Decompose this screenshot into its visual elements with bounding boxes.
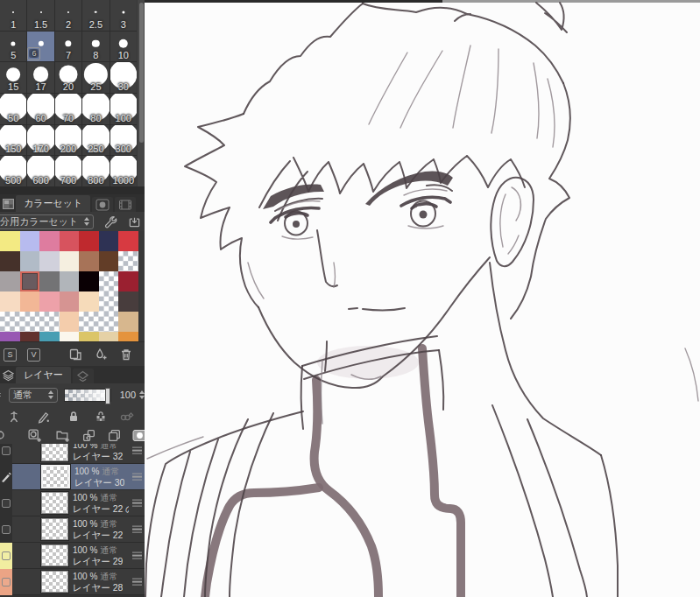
layer-row-body[interactable]: 100 % 通常レイヤー 22 の [12, 490, 145, 516]
brush-size-600[interactable]: 600 [27, 156, 53, 186]
swatch-0-0[interactable] [0, 231, 20, 251]
mask-tool-icon[interactable] [7, 410, 21, 424]
brush-size-1000[interactable]: 1000 [110, 156, 137, 186]
tab-color-circle[interactable] [92, 197, 113, 212]
s-chip[interactable]: S [4, 348, 17, 362]
layer-row-body[interactable]: 100 % 通常レイヤー 22 [12, 516, 145, 543]
brush-size-15[interactable]: 15 [0, 62, 26, 93]
brush-size-20[interactable]: 20 [55, 62, 81, 93]
swatch-5-0[interactable] [0, 332, 20, 341]
swatch-5-1[interactable] [20, 332, 40, 341]
layer-edit-pen-icon[interactable] [0, 464, 12, 490]
swatch-4-0[interactable] [0, 312, 20, 332]
swatch-1-0[interactable] [0, 251, 20, 271]
v-chip[interactable]: V [27, 348, 40, 362]
paste-icon[interactable] [68, 348, 82, 362]
swatch-0-3[interactable] [60, 231, 80, 251]
swatch-4-2[interactable] [39, 312, 60, 332]
brush-grid-scrollbar[interactable] [138, 0, 145, 188]
layer-menu-icon[interactable] [132, 576, 142, 587]
swatch-2-6[interactable] [118, 271, 138, 291]
canvas-area[interactable] [145, 0, 700, 597]
brush-size-1[interactable]: 1 [0, 0, 26, 31]
layer-thumbnail[interactable] [41, 444, 68, 461]
layer-row[interactable]: 100 % 通常レイヤー 32 [0, 444, 145, 464]
swatch-4-1[interactable] [20, 312, 40, 332]
brush-size-200[interactable]: 200 [55, 125, 81, 156]
brush-size-150[interactable]: 150 [0, 125, 26, 156]
brush-size-170[interactable]: 170 [27, 125, 53, 156]
transfer-layer-icon[interactable] [81, 428, 96, 443]
swatch-4-6[interactable] [118, 312, 138, 332]
pen-settings-icon[interactable] [37, 410, 51, 424]
layer-visibility-checkbox[interactable] [0, 490, 12, 516]
brush-size-2[interactable]: 2 [55, 0, 81, 31]
layer-thumbnail[interactable] [41, 465, 70, 488]
brush-size-300[interactable]: 300 [110, 125, 137, 156]
layer-visibility-checkbox[interactable] [0, 444, 12, 464]
blend-mode-select[interactable]: 通常 [9, 388, 58, 403]
layer-menu-icon[interactable] [132, 523, 142, 535]
brush-size-5[interactable]: 5 [0, 32, 26, 62]
tab-layer-set[interactable] [73, 369, 94, 383]
brush-size-17[interactable]: 17 [27, 62, 53, 93]
swatch-5-4[interactable] [79, 332, 99, 341]
brush-size-1.5[interactable]: 1.5 [27, 0, 53, 31]
delete-color-trash-icon[interactable] [119, 348, 133, 362]
layer-visibility-checkbox[interactable] [0, 569, 12, 595]
brush-size-3[interactable]: 3 [110, 0, 137, 31]
swatch-1-2[interactable] [39, 251, 60, 271]
layer-menu-icon[interactable] [132, 445, 142, 456]
clip-to-layer-icon[interactable] [119, 410, 135, 424]
swatch-0-5[interactable] [99, 231, 119, 251]
swatch-3-3[interactable] [60, 291, 80, 312]
swatch-0-6[interactable] [118, 231, 138, 251]
scrollbar-thumb[interactable] [139, 3, 144, 143]
brush-size-700[interactable]: 700 [55, 156, 81, 186]
brush-size-7[interactable]: 7 [55, 32, 81, 62]
brush-size-8[interactable]: 8 [82, 32, 109, 62]
swatch-5-5[interactable] [99, 332, 119, 341]
swatch-0-4[interactable] [79, 231, 99, 251]
swatch-5-3[interactable] [60, 332, 80, 341]
stepper-chevrons-icon[interactable] [84, 217, 89, 226]
layer-visibility-checkbox[interactable] [0, 516, 12, 543]
brush-size-25[interactable]: 25 [82, 62, 109, 93]
layer-row[interactable]: 100 % 通常レイヤー 30 [0, 464, 145, 490]
swatch-4-3[interactable] [60, 312, 80, 332]
swatch-4-5[interactable] [99, 312, 119, 332]
add-color-droplet-icon[interactable] [94, 348, 108, 362]
layer-row-body[interactable]: 100 % 通常レイヤー 28 [12, 569, 145, 595]
brush-size-30[interactable]: 30 [110, 62, 137, 93]
blend-stepper-icon[interactable] [48, 390, 53, 399]
swatch-3-0[interactable] [0, 291, 20, 312]
layer-menu-icon[interactable] [132, 471, 142, 482]
brush-size-50[interactable]: 50 [0, 94, 26, 124]
brush-size-70[interactable]: 70 [55, 94, 81, 124]
swatch-2-5[interactable] [99, 271, 119, 291]
brush-size-10[interactable]: 10 [110, 32, 137, 62]
brush-size-100[interactable]: 100 [110, 94, 137, 124]
brush-size-500[interactable]: 500 [0, 156, 26, 186]
lock-alpha-icon[interactable] [94, 410, 108, 424]
swatch-0-2[interactable] [39, 231, 60, 251]
swatch-2-1[interactable] [20, 271, 40, 291]
lock-icon[interactable] [67, 410, 81, 424]
tab-layer[interactable]: レイヤー [16, 367, 71, 383]
layer-row[interactable]: 100 % 通常レイヤー 22 [0, 516, 145, 543]
swatch-1-6[interactable] [118, 251, 138, 271]
swatch-1-3[interactable] [60, 251, 80, 271]
brush-size-6[interactable]: 6 [27, 32, 53, 62]
swatch-3-4[interactable] [79, 291, 99, 312]
brush-size-2.5[interactable]: 2.5 [82, 0, 109, 31]
brush-size-800[interactable]: 800 [82, 156, 109, 186]
brush-size-60[interactable]: 60 [27, 94, 53, 124]
tab-film[interactable] [115, 197, 136, 212]
layer-row[interactable]: 100 % 通常レイヤー 29 [0, 543, 145, 569]
layer-row[interactable]: 100 % 通常レイヤー 28 [0, 569, 145, 595]
import-icon[interactable] [128, 215, 141, 228]
swatch-4-4[interactable] [79, 312, 99, 332]
color-set-select[interactable]: 分用カラーセット [0, 214, 94, 229]
swatch-0-1[interactable] [20, 231, 40, 251]
new-folder-icon[interactable] [55, 428, 70, 443]
